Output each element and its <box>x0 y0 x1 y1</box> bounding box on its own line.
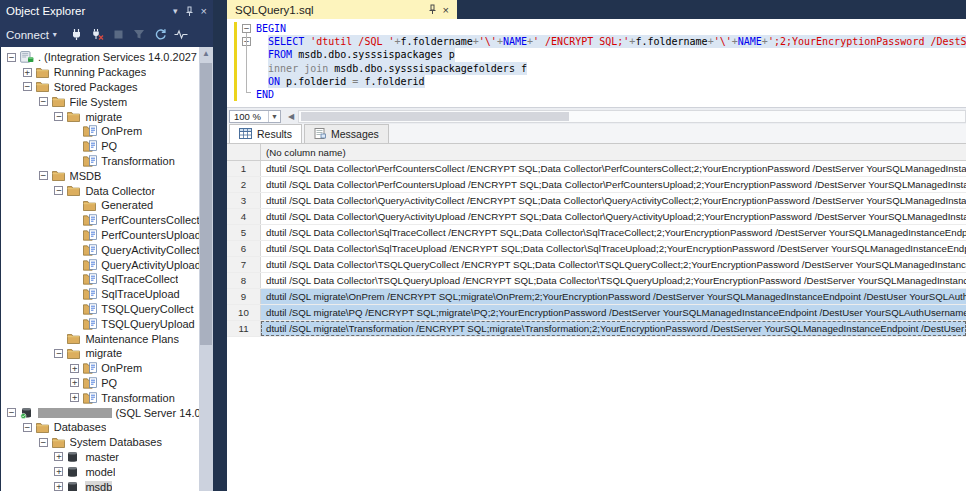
tree-item[interactable]: −Data Collector <box>1 183 199 198</box>
tree-expander-icon[interactable]: − <box>54 349 63 358</box>
result-row[interactable]: 8dtutil /SQL Data Collector\TSQLQueryUpl… <box>227 273 966 289</box>
hscroll-track[interactable] <box>298 110 966 123</box>
tree-expander-icon[interactable]: + <box>70 364 79 373</box>
result-row[interactable]: 6dtutil /SQL Data Collector\SqlTraceUplo… <box>227 241 966 257</box>
tab-results[interactable]: Results <box>229 124 302 143</box>
tree-item[interactable]: −migrate <box>1 109 199 124</box>
hscroll-left-icon[interactable]: ◀ <box>285 110 297 123</box>
filter-icon[interactable] <box>130 25 149 44</box>
result-row[interactable]: 2dtutil /SQL Data Collector\PerfCounters… <box>227 177 966 193</box>
tree-item[interactable]: QueryActivityUpload <box>1 257 199 272</box>
tree-item[interactable]: −Stored Packages <box>1 80 199 95</box>
tree-expander-icon[interactable]: + <box>54 482 63 491</box>
tree-expander-icon[interactable]: − <box>39 171 48 180</box>
result-row[interactable]: 1dtutil /SQL Data Collector\PerfCounters… <box>227 161 966 177</box>
tree-item[interactable]: −MSDB <box>1 168 199 183</box>
tree-item[interactable]: −File System <box>1 94 199 109</box>
tree-scrollbar[interactable]: ▲ <box>199 47 213 491</box>
result-cell[interactable]: dtutil /SQL Data Collector\PerfCountersC… <box>261 161 966 176</box>
zoom-select[interactable]: 100 % ▼ <box>229 110 281 123</box>
close-icon[interactable]: × <box>443 4 449 16</box>
tree-expander-icon[interactable]: − <box>54 112 63 121</box>
tree-item[interactable]: SqlTraceCollect <box>1 272 199 287</box>
tree-expander-icon[interactable]: + <box>54 452 63 461</box>
result-cell[interactable]: dtutil /SQL Data Collector\QueryActivity… <box>261 209 966 224</box>
result-cell[interactable]: dtutil /SQL migrate\OnPrem /ENCRYPT SQL;… <box>261 289 966 304</box>
activity-monitor-icon[interactable] <box>172 25 191 44</box>
scrollbar-thumb[interactable] <box>200 63 212 345</box>
tree-item[interactable]: Generated <box>1 198 199 213</box>
tree-item[interactable]: +model <box>1 464 199 479</box>
tree-item[interactable]: TSQLQueryUpload <box>1 316 199 331</box>
tab-sqlquery1[interactable]: SQLQuery1.sql × <box>227 0 457 19</box>
stop-icon[interactable] <box>109 25 128 44</box>
window-position-icon[interactable]: ▾ <box>173 6 178 16</box>
result-cell[interactable]: dtutil /SQL migrate\PQ /ENCRYPT SQL;migr… <box>261 305 966 320</box>
disconnect-plug-icon[interactable] <box>88 25 107 44</box>
result-cell[interactable]: dtutil /SQL Data Collector\QueryActivity… <box>261 193 966 208</box>
scroll-up-icon[interactable]: ▲ <box>199 49 213 58</box>
tree-item[interactable]: +master <box>1 450 199 465</box>
result-row[interactable]: 5dtutil /SQL Data Collector\SqlTraceColl… <box>227 225 966 241</box>
tree-item[interactable]: −migrate <box>1 346 199 361</box>
fold-collapse-icon[interactable]: − <box>242 24 251 33</box>
pin-icon[interactable] <box>428 4 437 15</box>
sql-editor[interactable]: − − BEGIN SELECT 'dtutil /SQL '+f.folder… <box>227 19 966 107</box>
tree-expander-icon[interactable]: − <box>54 186 63 195</box>
row-number[interactable]: 8 <box>227 273 261 288</box>
tree-item[interactable]: Maintenance Plans <box>1 331 199 346</box>
result-cell[interactable]: dtutil /SQL Data Collector\PerfCountersU… <box>261 177 966 192</box>
row-number-header[interactable] <box>227 144 261 160</box>
tree-item[interactable]: +PQ <box>1 376 199 391</box>
hscroll-thumb[interactable] <box>301 112 569 121</box>
tree-item[interactable]: −. (Integration Services 14.0.2027 <box>1 50 199 65</box>
result-row[interactable]: 3dtutil /SQL Data Collector\QueryActivit… <box>227 193 966 209</box>
object-explorer-tree[interactable]: −. (Integration Services 14.0.2027+Runni… <box>1 47 199 491</box>
tree-expander-icon[interactable]: − <box>39 438 48 447</box>
tree-expander-icon[interactable]: + <box>70 393 79 402</box>
tree-item[interactable]: +msdb <box>1 479 199 491</box>
tree-expander-icon[interactable]: − <box>7 53 16 62</box>
tree-item[interactable]: OnPrem <box>1 124 199 139</box>
result-row[interactable]: 11dtutil /SQL migrate\Transformation /EN… <box>227 321 966 337</box>
result-row[interactable]: 9dtutil /SQL migrate\OnPrem /ENCRYPT SQL… <box>227 289 966 305</box>
row-number[interactable]: 9 <box>227 289 261 304</box>
result-row[interactable]: 7dtutil /SQL Data Collector\TSQLQueryCol… <box>227 257 966 273</box>
close-icon[interactable]: × <box>201 5 207 17</box>
result-cell[interactable]: dtutil /SQL Data Collector\SqlTraceUploa… <box>261 241 966 256</box>
tree-item[interactable]: TSQLQueryCollect <box>1 302 199 317</box>
tree-item[interactable]: QueryActivityCollect <box>1 242 199 257</box>
tree-item[interactable]: +Transformation <box>1 390 199 405</box>
row-number[interactable]: 3 <box>227 193 261 208</box>
row-number[interactable]: 10 <box>227 305 261 320</box>
column-header[interactable]: (No column name) <box>261 144 966 160</box>
row-number[interactable]: 2 <box>227 177 261 192</box>
tree-item[interactable]: SqlTraceUpload <box>1 287 199 302</box>
tree-item[interactable]: PerfCountersCollect <box>1 213 199 228</box>
row-number[interactable]: 1 <box>227 161 261 176</box>
tree-expander-icon[interactable]: − <box>23 82 32 91</box>
row-number[interactable]: 5 <box>227 225 261 240</box>
tree-item[interactable]: +Running Packages <box>1 65 199 80</box>
tree-item[interactable]: −System Databases <box>1 435 199 450</box>
tab-messages[interactable]: Messages <box>304 124 389 143</box>
tree-item[interactable]: PerfCountersUpload <box>1 228 199 243</box>
result-cell[interactable]: dtutil /SQL Data Collector\TSQLQueryUplo… <box>261 273 966 288</box>
pin-icon[interactable] <box>185 6 194 17</box>
row-number[interactable]: 11 <box>227 321 261 336</box>
tree-expander-icon[interactable]: + <box>23 68 32 77</box>
result-row[interactable]: 4dtutil /SQL Data Collector\QueryActivit… <box>227 209 966 225</box>
tree-expander-icon[interactable]: + <box>54 467 63 476</box>
tree-expander-icon[interactable]: − <box>7 408 16 417</box>
tree-item[interactable]: +OnPrem <box>1 361 199 376</box>
row-number[interactable]: 4 <box>227 209 261 224</box>
connect-button[interactable]: Connect ▾ <box>6 29 57 41</box>
refresh-icon[interactable] <box>151 25 170 44</box>
tree-expander-icon[interactable]: − <box>23 423 32 432</box>
tree-expander-icon[interactable]: + <box>70 378 79 387</box>
tree-item[interactable]: PQ <box>1 139 199 154</box>
row-number[interactable]: 6 <box>227 241 261 256</box>
result-cell[interactable]: dtutil /SQL migrate\Transformation /ENCR… <box>261 321 966 336</box>
row-number[interactable]: 7 <box>227 257 261 272</box>
result-cell[interactable]: dtutil /SQL Data Collector\SqlTraceColle… <box>261 225 966 240</box>
